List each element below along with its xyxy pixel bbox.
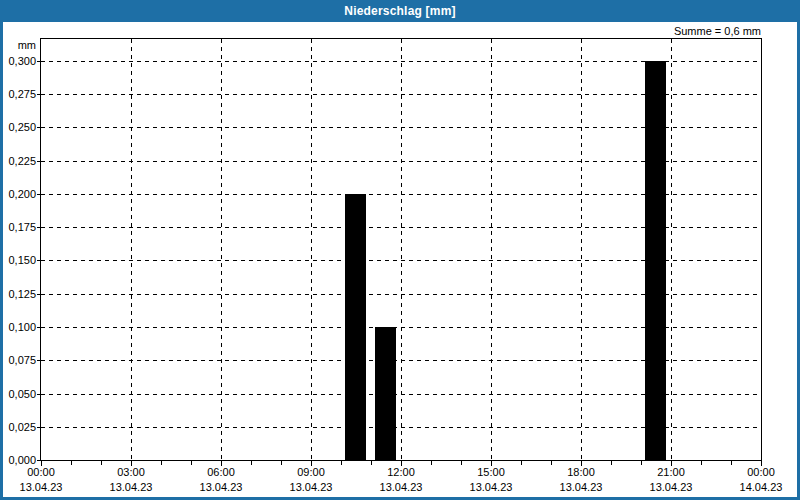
- v-gridline: [491, 39, 492, 460]
- y-tick-label: 0,200: [3, 188, 36, 200]
- y-tick-mark: [37, 427, 41, 428]
- x-minor-tick-mark: [611, 461, 612, 465]
- y-tick-label: 0,000: [3, 454, 36, 466]
- plot-area: [40, 38, 762, 461]
- x-tick-date-label: 13.04.23: [546, 481, 616, 494]
- x-tick-time-label: 09:00: [276, 466, 346, 479]
- y-tick-mark: [37, 327, 41, 328]
- x-tick-date-label: 13.04.23: [456, 481, 526, 494]
- precipitation-bar: [375, 327, 396, 460]
- v-gridline: [311, 39, 312, 460]
- precipitation-bar: [345, 194, 366, 460]
- x-minor-tick-mark: [641, 461, 642, 465]
- precipitation-bar: [645, 61, 666, 460]
- x-minor-tick-mark: [251, 461, 252, 465]
- y-tick-mark: [37, 227, 41, 228]
- x-tick-time-label: 15:00: [456, 466, 526, 479]
- y-tick-label: 0,250: [3, 121, 36, 133]
- x-minor-tick-mark: [71, 461, 72, 465]
- y-tick-mark: [37, 127, 41, 128]
- x-minor-tick-mark: [701, 461, 702, 465]
- x-minor-tick-mark: [731, 461, 732, 465]
- x-tick-time-label: 12:00: [366, 466, 436, 479]
- v-gridline: [671, 39, 672, 460]
- x-tick-time-label: 06:00: [186, 466, 256, 479]
- x-tick-date-label: 13.04.23: [366, 481, 436, 494]
- x-minor-tick-mark: [551, 461, 552, 465]
- y-tick-label: 0,050: [3, 388, 36, 400]
- v-gridline: [581, 39, 582, 460]
- x-minor-tick-mark: [341, 461, 342, 465]
- x-tick-date-label: 14.04.23: [726, 481, 796, 494]
- y-tick-mark: [37, 161, 41, 162]
- x-tick-time-label: 03:00: [96, 466, 166, 479]
- x-tick-date-label: 13.04.23: [186, 481, 256, 494]
- x-minor-tick-mark: [161, 461, 162, 465]
- x-minor-tick-mark: [101, 461, 102, 465]
- x-minor-tick-mark: [461, 461, 462, 465]
- sum-annotation: Summe = 0,6 mm: [674, 25, 761, 37]
- x-tick-time-label: 00:00: [6, 466, 76, 479]
- y-tick-mark: [37, 194, 41, 195]
- y-tick-label: 0,150: [3, 254, 36, 266]
- y-tick-label: 0,075: [3, 354, 36, 366]
- chart-title: Niederschlag [mm]: [344, 4, 455, 18]
- y-tick-mark: [37, 394, 41, 395]
- v-gridline: [221, 39, 222, 460]
- v-gridline: [131, 39, 132, 460]
- x-minor-tick-mark: [521, 461, 522, 465]
- x-minor-tick-mark: [191, 461, 192, 465]
- y-tick-mark: [37, 360, 41, 361]
- x-tick-time-label: 00:00: [726, 466, 796, 479]
- x-tick-date-label: 13.04.23: [6, 481, 76, 494]
- x-minor-tick-mark: [371, 461, 372, 465]
- x-minor-tick-mark: [431, 461, 432, 465]
- y-tick-mark: [37, 61, 41, 62]
- x-tick-time-label: 21:00: [636, 466, 706, 479]
- y-tick-label: 0,275: [3, 88, 36, 100]
- y-tick-label: 0,125: [3, 288, 36, 300]
- y-tick-label: 0,025: [3, 421, 36, 433]
- y-axis-unit-label: mm: [3, 39, 36, 51]
- y-tick-mark: [37, 94, 41, 95]
- y-tick-label: 0,225: [3, 155, 36, 167]
- y-tick-label: 0,300: [3, 55, 36, 67]
- chart-window: Niederschlag [mm] Summe = 0,6 mm mm 0,00…: [0, 0, 800, 500]
- x-tick-date-label: 13.04.23: [636, 481, 706, 494]
- x-tick-date-label: 13.04.23: [276, 481, 346, 494]
- x-minor-tick-mark: [281, 461, 282, 465]
- y-tick-label: 0,175: [3, 221, 36, 233]
- title-bar: Niederschlag [mm]: [0, 0, 800, 22]
- x-tick-date-label: 13.04.23: [96, 481, 166, 494]
- x-tick-time-label: 18:00: [546, 466, 616, 479]
- y-tick-label: 0,100: [3, 321, 36, 333]
- v-gridline: [401, 39, 402, 460]
- chart-area: Summe = 0,6 mm mm 0,0000,0250,0500,0750,…: [3, 22, 797, 497]
- y-tick-mark: [37, 260, 41, 261]
- y-tick-mark: [37, 294, 41, 295]
